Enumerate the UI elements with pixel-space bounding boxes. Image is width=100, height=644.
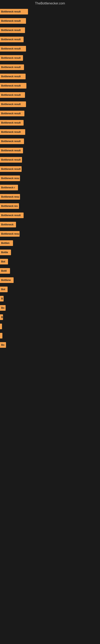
bar-label-12: Bottleneck result (1, 121, 21, 124)
bar-27: Bot (0, 259, 8, 264)
bar-19: Bottleneck r (0, 185, 18, 190)
bar-label-17: Bottleneck result (1, 168, 21, 170)
site-title-text: TheBottlenecker.com (35, 2, 65, 5)
bar-label-6: Bottleneck result (1, 66, 21, 69)
bar-2: Bottleneck result (0, 27, 25, 33)
bar-label-8: Bottleneck result (1, 84, 21, 87)
bar-row: Bottleneck result (0, 138, 100, 144)
bar-32: Bo (0, 305, 6, 311)
bar-7: Bottleneck result (0, 74, 26, 79)
bar-label-24: Bottleneck resu (1, 232, 19, 235)
bar-22: Bottleneck result (0, 212, 24, 218)
bar-row: Bo (0, 305, 100, 311)
bars-container: Bottleneck resultBottleneck resultBottle… (0, 7, 100, 354)
bar-4: Bottleneck result (0, 46, 26, 52)
bar-23: Bottleneck (0, 222, 16, 228)
bar-31: B (0, 296, 3, 302)
bar-row: Bottleneck result (0, 46, 100, 52)
bar-row: Bottlene (0, 277, 100, 283)
bar-21: Bottleneck res (0, 203, 19, 209)
bar-row: Bottleneck (0, 222, 100, 228)
bar-16: Bottleneck result (0, 157, 22, 162)
bar-label-30: Bot (1, 288, 5, 291)
bar-label-29: Bottlene (1, 279, 11, 282)
bar-33: B (0, 314, 3, 320)
bar-row: Bottleneck result (0, 18, 100, 24)
bar-label-20: Bottleneck resu (1, 196, 19, 198)
bar-label-31: B (1, 297, 3, 300)
bar-24: Bottleneck resu (0, 231, 20, 237)
bar-1: Bottleneck result (0, 18, 26, 24)
bar-row: Bottleneck result (0, 64, 100, 70)
bar-row: Bottleneck result (0, 37, 100, 42)
bar-row: Bottleneck result (0, 9, 100, 14)
bar-label-13: Bottleneck result (1, 130, 21, 134)
bar-14: Bottleneck result (0, 138, 24, 144)
bar-0: Bottleneck result (0, 9, 28, 14)
bar-label-19: Bottleneck r (1, 186, 15, 189)
bar-6: Bottleneck result (0, 64, 24, 70)
bar-34 (0, 324, 2, 329)
site-title: TheBottlenecker.com (0, 0, 100, 7)
bar-row: Bottleneck resu (0, 194, 100, 200)
bar-26: Bottle (0, 250, 11, 255)
bar-13: Bottleneck result (0, 129, 25, 135)
bar-row: Bottleneck resu (0, 176, 100, 181)
bar-row: Bottleneck result (0, 27, 100, 33)
bar-30: Bot (0, 286, 8, 292)
bar-8: Bottleneck result (0, 83, 26, 88)
bar-label-26: Bottle (1, 251, 8, 254)
bar-9: Bottleneck result (0, 92, 25, 98)
bar-label-10: Bottleneck result (1, 103, 21, 106)
bar-label-18: Bottleneck resu (1, 177, 19, 180)
bar-label-2: Bottleneck result (1, 29, 21, 32)
bar-row: Bot (0, 286, 100, 292)
bar-3: Bottleneck result (0, 37, 24, 42)
bar-5: Bottleneck result (0, 55, 23, 61)
bar-label-9: Bottleneck result (1, 94, 21, 96)
bar-row (0, 324, 100, 329)
bar-label-4: Bottleneck result (1, 47, 21, 50)
bar-label-3: Bottleneck result (1, 38, 21, 41)
bar-label-25: Bottlen (1, 242, 9, 244)
bar-row: B (0, 296, 100, 302)
bar-row: B (0, 314, 100, 320)
bar-label-11: Bottleneck result (1, 112, 21, 115)
bar-label-15: Bottleneck result (1, 149, 21, 152)
bar-label-23: Bottleneck (1, 223, 13, 226)
bar-28: Bottl (0, 268, 10, 274)
bar-label-5: Bottleneck result (1, 56, 21, 59)
bar-29: Bottlene (0, 277, 14, 283)
bar-label-1: Bottleneck result (1, 20, 21, 22)
bar-11: Bottleneck result (0, 111, 24, 116)
bar-15: Bottleneck result (0, 148, 23, 153)
bar-35 (0, 333, 2, 338)
bar-row: Bo (0, 342, 100, 348)
bar-label-27: Bot (1, 260, 5, 263)
bar-row: Bottlen (0, 240, 100, 246)
bar-row: Bottleneck result (0, 157, 100, 162)
bar-17: Bottleneck result (0, 166, 22, 172)
bar-row: Bottleneck result (0, 129, 100, 135)
bar-row (0, 333, 100, 338)
bar-row: Bottleneck result (0, 55, 100, 61)
bar-row: Bottleneck result (0, 148, 100, 153)
bar-label-7: Bottleneck result (1, 75, 21, 78)
bar-20: Bottleneck resu (0, 194, 20, 200)
bar-10: Bottleneck result (0, 102, 26, 107)
bar-row: Bottleneck resu (0, 231, 100, 237)
bar-label-0: Bottleneck result (1, 10, 21, 13)
bar-row: Bot (0, 259, 100, 264)
bar-36: Bo (0, 342, 6, 348)
bar-row: Bottleneck result (0, 102, 100, 107)
bar-label-36: Bo (1, 344, 4, 346)
bar-25: Bottlen (0, 240, 13, 246)
bar-row: Bottleneck result (0, 111, 100, 116)
bar-row: Bottleneck result (0, 166, 100, 172)
bar-label-14: Bottleneck result (1, 140, 21, 143)
bar-row: Bottleneck result (0, 74, 100, 79)
bar-row: Bottleneck r (0, 185, 100, 190)
bar-label-16: Bottleneck result (1, 158, 21, 161)
bar-label-21: Bottleneck res (1, 205, 18, 208)
bar-row: Bottleneck result (0, 212, 100, 218)
